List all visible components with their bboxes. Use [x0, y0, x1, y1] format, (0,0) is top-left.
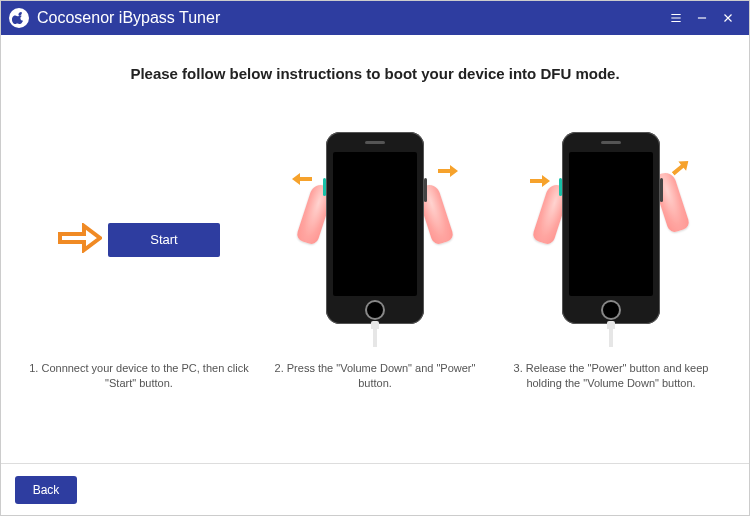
cable-icon [371, 321, 379, 347]
title-bar: Cocosenor iBypass Tuner [1, 1, 749, 35]
power-button-icon [660, 178, 663, 202]
phone-illustration [562, 132, 660, 324]
pointer-arrow-icon [58, 223, 102, 257]
hold-arrow-left-icon [530, 174, 550, 192]
step-3-caption: 3. Release the "Power" button and keep h… [493, 361, 729, 392]
press-arrow-right-icon [438, 164, 458, 182]
steps-row: Start 1. Connnect your device to the PC,… [21, 132, 729, 392]
press-arrow-left-icon [292, 172, 312, 190]
step-3: 3. Release the "Power" button and keep h… [493, 132, 729, 392]
app-logo-icon [9, 8, 29, 28]
phone-illustration [326, 132, 424, 324]
page-heading: Please follow below instructions to boot… [21, 65, 729, 82]
step-2-visual [257, 132, 493, 347]
step-1: Start 1. Connnect your device to the PC,… [21, 132, 257, 392]
step-2-caption: 2. Press the "Volume Down" and "Power" b… [257, 361, 493, 392]
step-2: 2. Press the "Volume Down" and "Power" b… [257, 132, 493, 392]
step-1-visual: Start [21, 132, 257, 347]
volume-down-button-icon [559, 178, 562, 196]
main-content: Please follow below instructions to boot… [1, 35, 749, 463]
footer-bar: Back [1, 463, 749, 515]
close-icon [721, 11, 735, 25]
menu-icon [669, 11, 683, 25]
cable-icon [607, 321, 615, 347]
step-3-visual [493, 132, 729, 347]
app-window: Cocosenor iBypass Tuner Please follow be… [0, 0, 750, 516]
close-button[interactable] [715, 5, 741, 31]
minimize-button[interactable] [689, 5, 715, 31]
app-title: Cocosenor iBypass Tuner [37, 9, 220, 27]
minimize-icon [695, 11, 709, 25]
volume-down-button-icon [323, 178, 326, 196]
power-button-icon [424, 178, 427, 202]
menu-button[interactable] [663, 5, 689, 31]
back-button[interactable]: Back [15, 476, 77, 504]
step-1-caption: 1. Connnect your device to the PC, then … [21, 361, 257, 392]
start-button[interactable]: Start [108, 223, 220, 257]
